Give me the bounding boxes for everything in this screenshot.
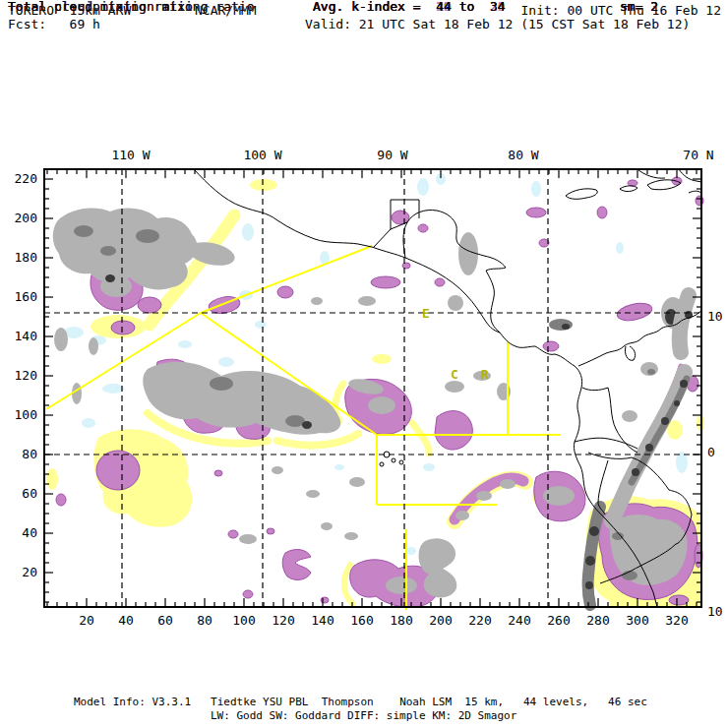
bottom-axis-label: 160 (346, 614, 378, 627)
left-axis-label: 120 (4, 369, 37, 382)
left-axis-label: 200 (4, 212, 37, 224)
bottom-axis-label: 140 (307, 614, 338, 627)
bottom-axis-label: 280 (582, 614, 614, 627)
gray-shading (53, 208, 693, 605)
bottom-axis-label: 200 (425, 614, 456, 627)
shaded-fields (46, 173, 704, 607)
bottom-axis-label: 120 (268, 614, 299, 627)
right-axis-label: 10 S (707, 605, 728, 618)
left-axis-label: 80 (4, 448, 37, 460)
bottom-axis-label: 240 (504, 614, 535, 627)
model-info-line1: Model Info: V3.3.1 Tiedtke YSU PBL Thomp… (74, 696, 647, 708)
top-axis-label: 80 W (499, 149, 548, 161)
bottom-axis-label: 80 (189, 614, 220, 627)
left-axis-label: 60 (4, 487, 37, 500)
bottom-axis-label: 300 (622, 614, 653, 627)
galapagos-islands (380, 452, 403, 466)
left-axis-label: 220 (4, 172, 37, 185)
top-axis-label: 90 W (368, 149, 417, 161)
left-axis-label: 40 (4, 526, 37, 539)
bottom-axis-label: 180 (386, 614, 417, 627)
waypoint-label: E (422, 306, 430, 321)
bottom-axis-label: 40 (110, 614, 142, 627)
right-axis-label: 10 N (707, 310, 728, 323)
right-axis-label: 0 (707, 446, 715, 458)
bottom-axis-label: 320 (661, 614, 693, 627)
bottom-axis-label: 100 (228, 614, 260, 627)
weather-model-plot-page: TORERO 15km ARW NCAR/MMM Init: 00 UTC Th… (0, 0, 728, 728)
waypoint-label: R (481, 367, 489, 382)
bottom-axis-label: 60 (150, 614, 181, 627)
left-axis-label: 140 (4, 330, 37, 342)
waypoint-label: C (451, 367, 458, 382)
top-axis-label: 100 W (238, 149, 287, 161)
bottom-axis-label: 260 (543, 614, 575, 627)
left-axis-label: 20 (4, 566, 37, 578)
bottom-axis-label: 20 (71, 614, 102, 627)
model-info-line2: LW: Godd SW: Goddard DIFF: simple KM: 2D… (211, 709, 516, 722)
left-axis-label: 180 (4, 251, 37, 264)
left-axis-label: 100 (4, 408, 37, 421)
top-axis-label: 110 W (106, 149, 155, 161)
bottom-axis-label: 220 (464, 614, 496, 627)
left-axis-label: 160 (4, 290, 37, 303)
top-axis-label: 70 N (674, 149, 723, 161)
